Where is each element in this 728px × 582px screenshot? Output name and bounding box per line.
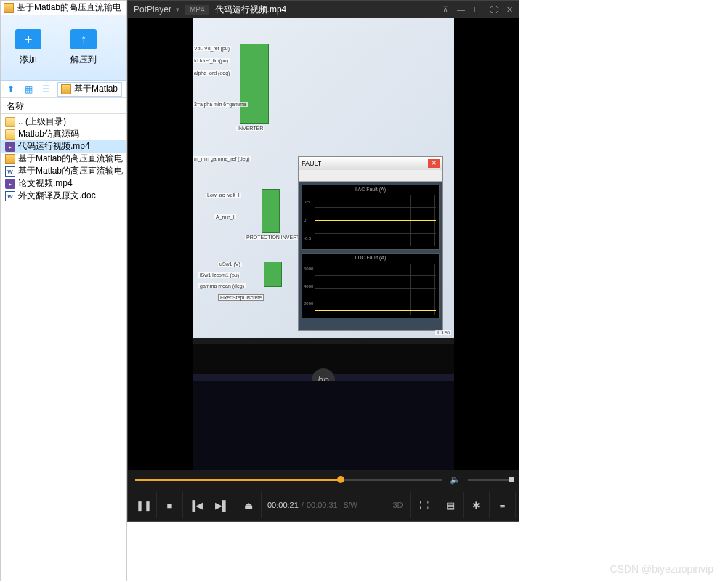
add-label: 添加 — [20, 54, 37, 66]
column-header-name[interactable]: 名称 — [1, 98, 126, 114]
capture-button[interactable]: ⛶ — [411, 492, 437, 518]
view-icon[interactable]: ▦ — [23, 84, 34, 95]
video-area[interactable]: INVERTER PROTECTION INVERTER FixedStepDi… — [128, 18, 519, 470]
list-item[interactable]: 外文翻译及原文.doc — [1, 190, 126, 202]
simulink-canvas: INVERTER PROTECTION INVERTER FixedStepDi… — [193, 18, 454, 338]
archive-icon — [4, 3, 14, 13]
fullscreen-icon[interactable]: ⛶ — [490, 5, 498, 15]
add-button[interactable]: 添加 — [15, 29, 41, 66]
extract-button[interactable]: 解压到 — [70, 29, 97, 66]
ytick: -0.5 — [304, 236, 311, 241]
doc-icon — [5, 191, 15, 201]
watermark: CSDN @biyezuopinvip — [610, 563, 713, 575]
add-icon — [15, 29, 41, 49]
pause-button[interactable]: ❚❚ — [131, 492, 157, 518]
playlist-button[interactable]: ▤ — [437, 492, 464, 518]
scope1-title: I AC Fault (A) — [302, 185, 439, 193]
player-titlebar[interactable]: PotPlayer ▾ MP4 代码运行视频.mp4 ⊼ — ☐ ⛶ ✕ — [128, 1, 519, 18]
window-title: 基于Matlab的高压直流输电 — [17, 1, 121, 14]
file-list: .. (上级目录)Matlab仿真源码代码运行视频.mp4基于Matlab的高压… — [1, 114, 126, 203]
fixed-step-label: FixedStepDiscrete — [218, 294, 264, 301]
eject-button[interactable]: ⏏ — [235, 492, 262, 518]
menu-button[interactable]: ≡ — [490, 492, 516, 518]
chevron-down-icon[interactable]: ▾ — [176, 6, 179, 13]
file-manager-titlebar: 基于Matlab的高压直流输电 — [1, 1, 126, 15]
scope2-title: I DC Fault (A) — [302, 254, 439, 262]
zoom-label: 100% — [435, 330, 451, 335]
file-manager-window: 基于Matlab的高压直流输电 添加 解压到 ⬆ ▦ ☰ 基于Matlab 名称… — [0, 0, 127, 581]
next-button[interactable]: ▶▌ — [209, 492, 235, 518]
prev-button[interactable]: ▐◀ — [183, 492, 209, 518]
settings-button[interactable]: ✱ — [464, 492, 490, 518]
scope-dc-fault: I DC Fault (A) 6000 4000 2000 — [302, 253, 440, 318]
up-icon[interactable]: ⬆ — [5, 84, 17, 95]
total-time: 00:00:31 — [307, 501, 338, 509]
volume-icon[interactable]: 🔈 — [450, 474, 461, 485]
item-name: 论文视频.mp4 — [18, 177, 73, 190]
nav-bar: ⬆ ▦ ☰ 基于Matlab — [1, 81, 126, 98]
protection-block — [262, 189, 280, 233]
close-icon[interactable]: ✕ — [506, 5, 513, 15]
player-controls: ❚❚ ■ ▐◀ ▶▌ ⏏ 00:00:21 / 00:00:31 S/W 3D … — [128, 489, 519, 521]
signal-label: Id Idref_lim(pu) — [193, 58, 230, 63]
inverter-label: INVERTER — [236, 126, 264, 131]
potplayer-window: PotPlayer ▾ MP4 代码运行视频.mp4 ⊼ — ☐ ⛶ ✕ INV… — [127, 0, 519, 522]
item-name: 基于Matlab的高压直流输电 — [18, 165, 123, 177]
fault-window: FAULT ✕ I AC Fault (A) 0.5 0 -0.5 I DC F… — [298, 156, 443, 331]
ytick: 0.5 — [304, 200, 310, 204]
maximize-icon[interactable]: ☐ — [474, 5, 481, 15]
pin-icon[interactable]: ⊼ — [442, 5, 448, 15]
decode-mode: S/W — [344, 501, 357, 509]
gamma-block — [264, 262, 282, 287]
list-icon[interactable]: ☰ — [40, 84, 52, 95]
file-manager-toolbar: 添加 解压到 — [1, 15, 126, 81]
fault-close-icon: ✕ — [428, 159, 440, 168]
format-badge: MP4 — [185, 5, 209, 15]
3d-button[interactable]: 3D — [385, 492, 411, 518]
ytick: 4000 — [304, 284, 313, 288]
seek-thumb[interactable] — [337, 476, 344, 483]
item-name: .. (上级目录) — [18, 116, 66, 128]
scope-trace — [315, 220, 436, 221]
signal-label: Vdl. Vd_ref (pu) — [193, 46, 231, 51]
mp4-icon — [5, 179, 15, 189]
signal-label: A_min_I — [214, 214, 236, 219]
list-item[interactable]: 论文视频.mp4 — [1, 177, 126, 190]
scope-trace — [315, 310, 436, 311]
item-name: 代码运行视频.mp4 — [18, 140, 90, 153]
monitor-stand — [193, 381, 454, 470]
item-name: 基于Matlab的高压直流输电 — [18, 153, 123, 165]
scope-ac-fault: I AC Fault (A) 0.5 0 -0.5 — [302, 185, 440, 250]
ytick: 2000 — [304, 302, 313, 306]
ytick: 0 — [304, 218, 306, 222]
list-item[interactable]: 基于Matlab的高压直流输电 — [1, 153, 126, 165]
seek-bar[interactable] — [135, 479, 442, 481]
signal-label: alpha_ord (deg) — [193, 70, 231, 76]
signal-label: iSw1 Izcom1 (pu) — [198, 272, 240, 278]
path-text: 基于Matlab — [74, 83, 118, 95]
signal-label: gamma mean (deg) — [198, 283, 246, 288]
current-time: 00:00:21 — [267, 501, 299, 509]
pdf-icon — [5, 154, 15, 164]
volume-slider[interactable] — [468, 479, 511, 481]
extract-icon — [70, 29, 97, 49]
signal-label: m_min gamma_ref (deg) — [193, 156, 251, 161]
list-item[interactable]: 基于Matlab的高压直流输电 — [1, 165, 126, 177]
item-name: Matlab仿真源码 — [18, 128, 79, 140]
doc-icon — [5, 166, 15, 177]
list-item[interactable]: .. (上级目录) — [1, 116, 126, 128]
minimize-icon[interactable]: — — [457, 5, 465, 15]
seek-fill — [135, 479, 341, 481]
path-field[interactable]: 基于Matlab — [57, 82, 122, 97]
inverter-block — [240, 44, 269, 124]
progress-bar-area: 🔈 — [128, 470, 519, 489]
video-frame: INVERTER PROTECTION INVERTER FixedStepDi… — [193, 18, 454, 470]
list-item[interactable]: Matlab仿真源码 — [1, 128, 126, 140]
list-item[interactable]: 代码运行视频.mp4 — [1, 140, 126, 153]
extract-label: 解压到 — [70, 54, 97, 66]
signal-label: 3=alpha min 6=gamma — [193, 102, 248, 107]
video-filename: 代码运行视频.mp4 — [215, 4, 287, 16]
volume-thumb[interactable] — [509, 477, 514, 482]
item-name: 外文翻译及原文.doc — [18, 190, 96, 202]
stop-button[interactable]: ■ — [157, 492, 183, 518]
